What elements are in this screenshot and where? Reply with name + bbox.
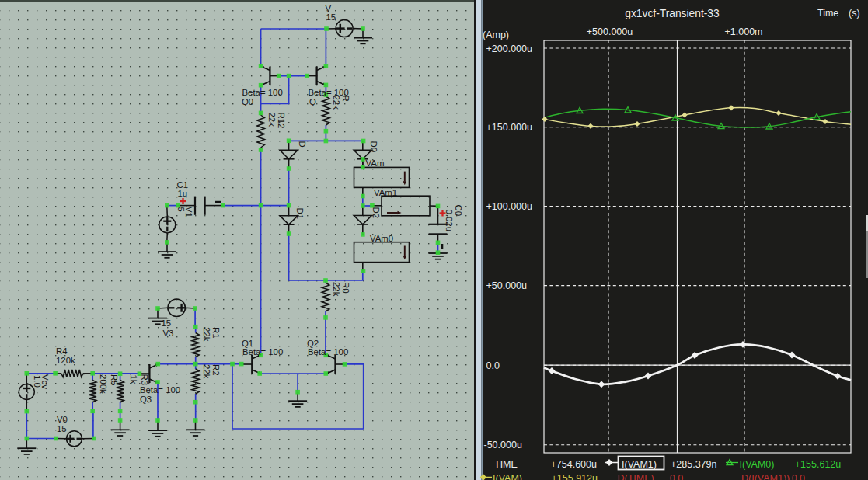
- svg-text:0.0: 0.0: [486, 360, 500, 371]
- svg-text:+200.000u: +200.000u: [486, 43, 532, 54]
- svg-text:I(VAM1): I(VAM1): [622, 459, 657, 470]
- svg-text:D(TIME): D(TIME): [618, 473, 654, 480]
- svg-text:VAm0: VAm0: [370, 234, 393, 243]
- svg-text:1u: 1u: [178, 189, 188, 198]
- svg-text:R0: R0: [341, 282, 350, 294]
- svg-text:0.0: 0.0: [792, 473, 805, 480]
- svg-text:+754.600u: +754.600u: [551, 459, 597, 470]
- svg-text:R4: R4: [56, 346, 68, 356]
- svg-text:+50.000u: +50.000u: [486, 280, 528, 291]
- svg-text:Beta= 100: Beta= 100: [140, 385, 180, 395]
- svg-text:120k: 120k: [56, 356, 75, 365]
- svg-text:V0: V0: [57, 415, 68, 424]
- svg-text:(Amp): (Amp): [483, 30, 509, 40]
- svg-text:gx1vcf-Transient-33: gx1vcf-Transient-33: [625, 8, 720, 19]
- svg-text:22k: 22k: [332, 282, 341, 297]
- svg-text:200k: 200k: [99, 374, 108, 394]
- svg-text:Beta= 100: Beta= 100: [242, 347, 283, 357]
- svg-text:0.0: 0.0: [670, 473, 683, 480]
- svg-text:Q0: Q0: [242, 97, 253, 106]
- svg-text:+150.000u: +150.000u: [486, 122, 532, 133]
- svg-text:22k: 22k: [202, 327, 211, 342]
- svg-text:VAm1: VAm1: [374, 188, 397, 197]
- svg-text:1.0: 1.0: [33, 375, 42, 388]
- svg-text:+1.000m: +1.000m: [725, 26, 763, 37]
- svg-text:D2: D2: [371, 207, 381, 219]
- svg-text:-50.000u: -50.000u: [484, 440, 522, 450]
- svg-text:TIME: TIME: [494, 459, 518, 470]
- svg-text:1k: 1k: [129, 375, 138, 384]
- svg-text:+500.000u: +500.000u: [587, 26, 633, 37]
- svg-text:V3: V3: [163, 329, 174, 338]
- svg-text:I(VAM0): I(VAM0): [740, 459, 775, 470]
- svg-text:D(I(VAM1)): D(I(VAM1)): [741, 473, 790, 480]
- svg-text:22k: 22k: [267, 113, 277, 127]
- svg-text:R3: R3: [140, 374, 149, 386]
- svg-text:Q3: Q3: [140, 395, 152, 404]
- svg-text:15: 15: [162, 318, 172, 328]
- svg-text:Q: Q: [309, 97, 316, 106]
- svg-text:R1: R1: [211, 327, 221, 339]
- svg-text:(s): (s): [849, 8, 860, 19]
- svg-text:D1: D1: [295, 208, 305, 220]
- svg-text:R2: R2: [211, 364, 221, 376]
- svg-text:Time: Time: [817, 8, 838, 19]
- svg-text:C0: C0: [454, 205, 463, 217]
- svg-text:D: D: [298, 141, 307, 148]
- svg-text:15: 15: [57, 424, 67, 433]
- svg-text:+155.612u: +155.612u: [795, 459, 841, 470]
- svg-text:R12: R12: [277, 113, 286, 129]
- svg-text:R5: R5: [110, 374, 119, 386]
- svg-text:22k: 22k: [332, 96, 341, 110]
- svg-text:R: R: [341, 96, 350, 102]
- svg-text:22k: 22k: [202, 364, 211, 379]
- svg-text:Beta= 100: Beta= 100: [308, 347, 348, 357]
- svg-text:Beta= 100: Beta= 100: [242, 88, 283, 97]
- svg-text:+155.912u: +155.912u: [552, 473, 598, 480]
- svg-text:VAm: VAm: [366, 158, 385, 168]
- svg-text:+285.379n: +285.379n: [671, 459, 716, 470]
- svg-text:+100.000u: +100.000u: [486, 201, 532, 212]
- svg-text:15: 15: [326, 12, 336, 22]
- svg-text:0.02u: 0.02u: [444, 210, 454, 232]
- svg-text:I(VAM): I(VAM): [493, 473, 522, 480]
- svg-text:5: 5: [176, 207, 186, 212]
- svg-text:D0: D0: [369, 141, 378, 153]
